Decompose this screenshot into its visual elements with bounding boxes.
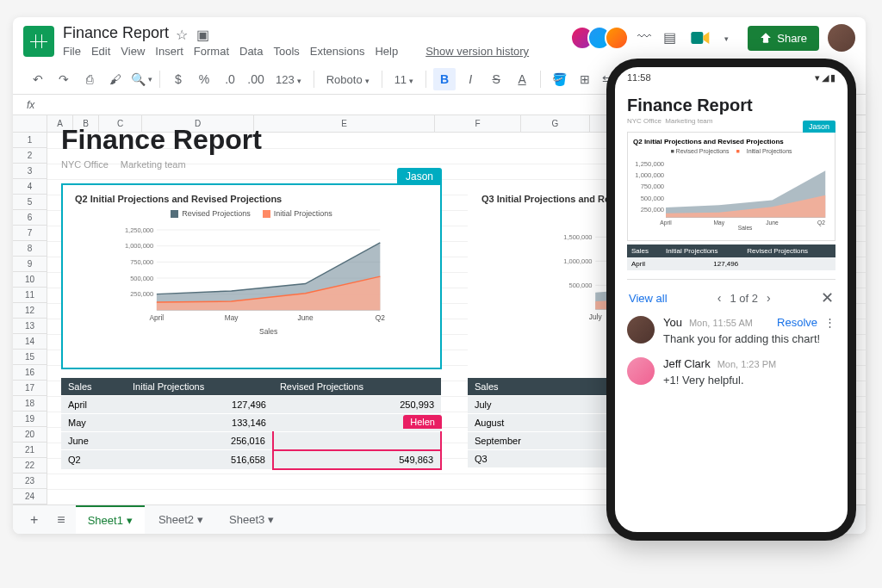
show-version-history[interactable]: Show version history	[425, 45, 529, 58]
zoom-dropdown[interactable]: 🔍	[130, 68, 152, 90]
row-header[interactable]: 1	[13, 133, 47, 148]
wifi-icon: ▾	[815, 72, 820, 84]
row-header[interactable]: 12	[13, 303, 47, 319]
view-all-link[interactable]: View all	[629, 292, 668, 305]
undo-icon[interactable]: ↶	[27, 68, 49, 90]
row-header[interactable]: 10	[13, 272, 47, 288]
menu-format[interactable]: Format	[194, 45, 229, 58]
table-row: April127,496250,993	[61, 396, 441, 414]
svg-text:1,000,000: 1,000,000	[563, 257, 592, 265]
row-header[interactable]: 3	[13, 164, 47, 179]
svg-point-1	[765, 34, 768, 38]
phone-status-bar: 11:58 ▾◢▮	[615, 67, 848, 89]
text-color-icon[interactable]: A	[511, 68, 533, 90]
decrease-decimal-icon[interactable]: .0	[219, 68, 241, 90]
row-header[interactable]: 15	[13, 350, 47, 365]
row-header[interactable]: 6	[13, 210, 47, 226]
svg-text:May: May	[713, 220, 724, 226]
currency-icon[interactable]: $	[167, 68, 189, 90]
sheets-logo-icon[interactable]	[23, 26, 54, 57]
comment-history-icon[interactable]: ▤	[663, 29, 680, 46]
q2-data-table[interactable]: SalesInitial ProjectionsRevised Projecti…	[61, 378, 442, 470]
font-size-dropdown[interactable]: 11	[389, 73, 419, 86]
row-header[interactable]: 5	[13, 195, 47, 210]
move-icon[interactable]: ▣	[196, 27, 210, 40]
row-header[interactable]: 14	[13, 334, 47, 350]
menu-insert[interactable]: Insert	[155, 45, 183, 58]
q2-chart: 1,250,000 1,000,000 750,000 500,000 250,…	[75, 218, 428, 338]
avatar	[627, 316, 655, 344]
row-header[interactable]: 13	[13, 319, 47, 334]
redo-icon[interactable]: ↷	[53, 68, 75, 90]
menu-extensions[interactable]: Extensions	[310, 45, 365, 58]
phone-table[interactable]: SalesInitial ProjectionsRevised Projecti…	[627, 244, 835, 270]
svg-text:April: April	[660, 220, 672, 226]
chart-legend: Revised Projections Initial Projections	[75, 209, 428, 218]
paint-format-icon[interactable]: 🖌	[104, 68, 127, 90]
mobile-preview: 11:58 ▾◢▮ Finance Report NYC Office Mark…	[606, 59, 856, 541]
row-header[interactable]: 17	[13, 381, 47, 396]
header: Finance Report ☆ ▣ File Edit View Insert…	[13, 17, 866, 65]
strikethrough-icon[interactable]: S	[485, 68, 507, 90]
row-header[interactable]: 8	[13, 241, 47, 257]
bold-icon[interactable]: B	[433, 68, 456, 90]
q2-chart-container[interactable]: Jason Q2 Initial Projections and Revised…	[61, 183, 442, 369]
next-comment-icon[interactable]: ›	[767, 291, 771, 305]
font-dropdown[interactable]: Roboto	[321, 73, 375, 86]
menu-edit[interactable]: Edit	[91, 45, 110, 58]
print-icon[interactable]: ⎙	[78, 68, 101, 90]
menu-help[interactable]: Help	[375, 45, 398, 58]
star-icon[interactable]: ☆	[176, 27, 189, 40]
close-icon[interactable]: ✕	[821, 288, 834, 307]
resolve-button[interactable]: Resolve	[777, 316, 817, 329]
row-header[interactable]: 19	[13, 412, 47, 427]
meet-icon[interactable]	[689, 26, 713, 50]
table-row: May133,146	[61, 414, 441, 432]
row-header[interactable]: 9	[13, 257, 47, 272]
row-header[interactable]: 20	[13, 427, 47, 443]
phone-chart[interactable]: Jason Q2 Initial Projections and Revised…	[627, 132, 835, 241]
fill-color-icon[interactable]: 🪣	[548, 68, 570, 90]
row-header[interactable]: 2	[13, 148, 47, 164]
sheet-tab-3[interactable]: Sheet3 ▾	[217, 506, 286, 533]
table-row: Q2516,658549,863	[61, 450, 441, 469]
comment-item: Jeff Clark Mon, 1:23 PM +1! Very helpful…	[627, 357, 835, 387]
sheet-tab-2[interactable]: Sheet2 ▾	[146, 506, 215, 533]
svg-text:Sales: Sales	[259, 327, 277, 336]
add-sheet-button[interactable]: +	[22, 507, 47, 533]
menu-tools[interactable]: Tools	[273, 45, 299, 58]
share-button[interactable]: Share	[748, 26, 819, 51]
borders-icon[interactable]: ⊞	[574, 68, 596, 90]
menu-view[interactable]: View	[121, 45, 145, 58]
menu-data[interactable]: Data	[239, 45, 263, 58]
svg-text:Q2: Q2	[376, 313, 386, 322]
signal-icon: ◢	[822, 72, 829, 84]
italic-icon[interactable]: I	[459, 68, 481, 90]
prev-comment-icon[interactable]: ‹	[717, 291, 722, 305]
percent-icon[interactable]: %	[193, 68, 215, 90]
svg-text:April: April	[149, 313, 164, 322]
row-header[interactable]: 21	[13, 443, 47, 458]
row-header[interactable]: 7	[13, 226, 47, 241]
avatar[interactable]	[605, 26, 629, 50]
profile-avatar[interactable]	[828, 24, 855, 52]
row-header[interactable]: 11	[13, 288, 47, 303]
activity-icon[interactable]: 〰	[637, 29, 655, 46]
comment-pager: 1 of 2	[730, 292, 759, 305]
row-header[interactable]: 22	[13, 458, 47, 473]
chart-title: Q2 Initial Projections and Revised Proje…	[75, 194, 428, 204]
row-header[interactable]: 16	[13, 365, 47, 381]
row-header[interactable]: 4	[13, 179, 47, 195]
menu-file[interactable]: File	[63, 45, 81, 58]
sheet-tab-1[interactable]: Sheet1 ▾	[76, 505, 145, 534]
number-format-dropdown[interactable]: 123	[270, 73, 307, 86]
collaborator-avatars	[577, 26, 629, 50]
meet-dropdown[interactable]	[722, 29, 739, 46]
row-header[interactable]: 24	[13, 489, 47, 504]
row-header[interactable]: 18	[13, 396, 47, 412]
row-header[interactable]: 23	[13, 473, 47, 489]
comment-menu-icon[interactable]: ⋮	[824, 316, 835, 329]
increase-decimal-icon[interactable]: .00	[245, 68, 267, 90]
all-sheets-button[interactable]: ≡	[48, 507, 73, 533]
document-title[interactable]: Finance Report	[63, 24, 169, 42]
